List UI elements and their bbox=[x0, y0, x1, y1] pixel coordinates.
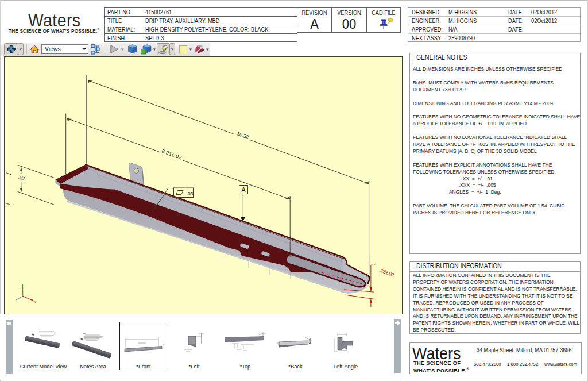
svg-text:A: A bbox=[242, 187, 246, 193]
svg-text:x: x bbox=[34, 300, 37, 304]
svg-text:8.21±.02: 8.21±.02 bbox=[161, 148, 182, 161]
svg-text:10.32: 10.32 bbox=[236, 130, 250, 140]
svg-text:.03: .03 bbox=[187, 191, 194, 197]
svg-text:Views: Views bbox=[45, 45, 61, 52]
svg-text:.23±.02: .23±.02 bbox=[378, 267, 395, 278]
svg-text:.81: .81 bbox=[18, 174, 26, 182]
